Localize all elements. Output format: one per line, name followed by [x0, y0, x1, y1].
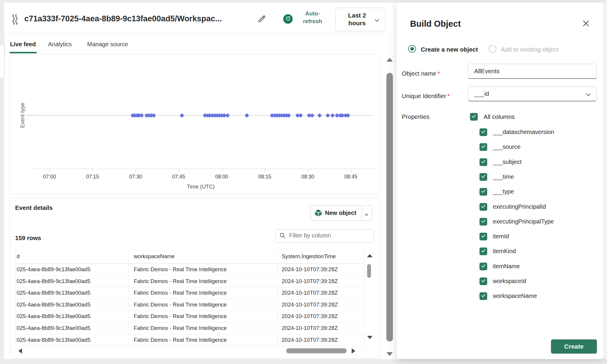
table-scroll-up-arrow[interactable]	[367, 254, 372, 257]
chevron-down-icon	[586, 92, 591, 98]
table-scroll-left-arrow[interactable]	[18, 348, 22, 354]
required-asterisk: *	[447, 92, 450, 99]
radio-add-existing-object[interactable]	[489, 45, 496, 53]
object-name-input[interactable]: AllEvents	[468, 64, 597, 79]
column-checkbox[interactable]	[479, 248, 487, 255]
event-marker[interactable]	[330, 113, 335, 118]
properties-label: Properties	[402, 113, 429, 120]
time-range-value: Last 2 hours	[342, 12, 372, 27]
table-row[interactable]: 025-4aea-8b89-9c13fae00ad5Fabric Demos -…	[15, 299, 365, 311]
table-vertical-scrollbar-thumb[interactable]	[367, 264, 371, 278]
edit-title-button[interactable]	[257, 14, 267, 24]
live-feed-chart: Event type 07:0007:1507:3007:4508:0008:1…	[10, 54, 380, 194]
event-marker[interactable]	[326, 113, 330, 118]
tab-manage-source[interactable]: Manage source	[87, 41, 128, 48]
table-cell: 2024-10-10T07:39:28Z	[278, 287, 365, 299]
table-cell: 2024-10-10T07:39:28Z	[278, 311, 365, 322]
column-label: executingPrincipalId	[493, 203, 546, 210]
eventstream-title: c71a333f-7025-4aea-8b89-9c13fae00ad5/Wor…	[24, 14, 222, 23]
column-header: System.IngestionTime	[278, 249, 365, 264]
event-row-baseline	[30, 115, 374, 116]
tab-live-feed[interactable]: Live feed	[10, 41, 36, 48]
table-row[interactable]: 025-4aea-8b89-9c13fae00ad5Fabric Demos -…	[15, 334, 365, 346]
event-marker[interactable]	[245, 113, 249, 118]
x-axis-title: Time (UTC)	[177, 184, 224, 190]
column-checkbox[interactable]	[479, 277, 487, 285]
table-cell: 025-4aea-8b89-9c13fae00ad5	[15, 276, 128, 287]
required-asterisk: *	[437, 70, 440, 77]
unique-identifier-dropdown[interactable]: ___id	[468, 86, 597, 101]
page-scroll-down-arrow[interactable]	[386, 352, 393, 356]
section-title: Event details	[15, 204, 52, 211]
event-marker[interactable]	[179, 113, 184, 118]
close-icon[interactable]	[582, 20, 592, 29]
create-button-label: Create	[564, 343, 584, 350]
table-cell: 2024-10-10T07:39:28Z	[278, 276, 365, 287]
column-checkbox[interactable]	[479, 233, 487, 240]
all-columns-checkbox[interactable]	[470, 113, 478, 121]
x-tick-label: 08:00	[210, 174, 234, 180]
event-marker[interactable]	[298, 113, 303, 118]
column-checkbox[interactable]	[479, 188, 487, 196]
chevron-down-icon	[375, 18, 379, 23]
event-marker[interactable]	[139, 113, 144, 118]
table-row[interactable]: 025-4aea-8b89-9c13fae00ad5Fabric Demos -…	[15, 264, 365, 276]
table-scroll-right-arrow[interactable]	[352, 348, 355, 354]
checkmark-icon	[481, 144, 486, 150]
event-details-section: Event details New object 159 rows	[10, 198, 380, 359]
active-tab-underline	[9, 52, 37, 53]
event-marker[interactable]	[310, 113, 315, 118]
checkmark-icon	[481, 174, 486, 180]
new-object-button[interactable]: New object	[310, 205, 372, 221]
page-scroll-up-arrow[interactable]	[386, 58, 393, 62]
table-row[interactable]: 025-4aea-8b89-9c13fae00ad5Fabric Demos -…	[15, 311, 365, 323]
table-cell: 025-4aea-8b89-9c13fae00ad5	[15, 311, 128, 322]
build-object-panel: Build Object Create a new object Add to …	[396, 2, 604, 359]
event-marker[interactable]	[317, 113, 322, 118]
column-checkbox[interactable]	[479, 203, 487, 211]
page-scrollbar-thumb[interactable]	[386, 73, 393, 341]
column-checkbox[interactable]	[479, 128, 487, 136]
table-cell: Fabric Demos - Real Time Intelligence	[128, 323, 278, 334]
x-tick	[179, 169, 179, 172]
column-checkbox[interactable]	[479, 173, 487, 181]
unique-identifier-value: ___id	[474, 87, 489, 101]
column-checkbox[interactable]	[479, 218, 487, 226]
table-cell: 025-4aea-8b89-9c13fae00ad5	[15, 287, 128, 299]
column-checkbox[interactable]	[479, 158, 487, 166]
collapsed-sidebar-handle[interactable]	[0, 44, 4, 78]
table-row[interactable]: 025-4aea-8b89-9c13fae00ad5Fabric Demos -…	[15, 323, 365, 334]
create-button[interactable]: Create	[551, 339, 597, 354]
chevron-down-icon[interactable]	[364, 212, 369, 217]
table-cell: 2024-10-10T07:39:28Z	[278, 334, 365, 346]
column-checkbox[interactable]	[479, 143, 487, 151]
event-marker[interactable]	[225, 113, 230, 118]
column-checkbox[interactable]	[479, 292, 487, 300]
object-name-value: AllEvents	[474, 64, 499, 78]
table-cell: 025-4aea-8b89-9c13fae00ad5	[15, 264, 128, 275]
table-horizontal-scrollbar-thumb[interactable]	[286, 348, 347, 353]
panel-scrollbar-gutter[interactable]	[604, 2, 607, 359]
table-row[interactable]: 025-4aea-8b89-9c13fae00ad5Fabric Demos -…	[15, 287, 365, 299]
radio-create-new-object[interactable]	[408, 45, 416, 53]
left-divider	[4, 33, 5, 57]
auto-refresh-label[interactable]: Auto-refresh	[297, 10, 328, 25]
table-cell: Fabric Demos - Real Time Intelligence	[128, 334, 278, 346]
table-cell: Fabric Demos - Real Time Intelligence	[128, 287, 278, 299]
table-row[interactable]: 025-4aea-8b89-9c13fae00ad5Fabric Demos -…	[15, 276, 365, 288]
filter-by-column-input[interactable]: Filter by column	[275, 229, 374, 243]
column-header: d	[15, 249, 128, 264]
table-cell: 2024-10-10T07:39:28Z	[278, 264, 365, 275]
checkmark-icon	[481, 248, 486, 255]
x-tick-label: 07:00	[38, 174, 61, 180]
radio-selected-dot	[410, 47, 414, 51]
tab-analytics[interactable]: Analytics	[48, 41, 72, 48]
column-label: ___source	[493, 143, 520, 150]
time-range-dropdown[interactable]: Last 2 hours	[335, 8, 385, 31]
cube-icon	[314, 209, 322, 218]
checkmark-icon	[481, 189, 486, 195]
table-scroll-down-arrow[interactable]	[367, 336, 372, 339]
events-table: d workspaceName System.IngestionTime 025…	[15, 249, 365, 346]
refresh-status-badge[interactable]	[283, 14, 293, 24]
column-checkbox[interactable]	[479, 263, 487, 270]
